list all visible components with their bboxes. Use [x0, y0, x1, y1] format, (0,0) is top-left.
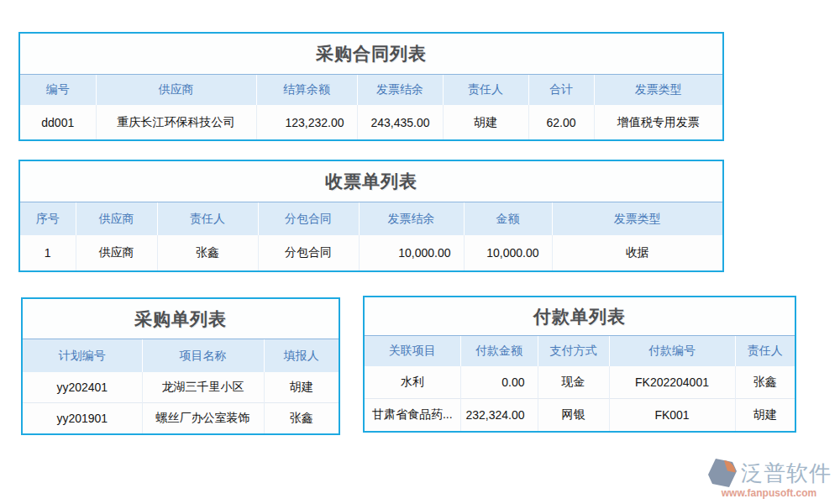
purchase-order-title: 采购单列表 — [23, 299, 339, 339]
cell-invoice-type: 增值税专用发票 — [594, 105, 722, 139]
column-header-invoice-balance: 发票结余 — [357, 75, 443, 106]
cell-seq: 1 — [20, 235, 76, 270]
cell-reporter: 张鑫 — [264, 403, 339, 434]
column-header-total: 合计 — [528, 75, 594, 106]
cell-payment-amount: 232,324.00 — [460, 399, 538, 432]
table-row: 1 供应商 张鑫 分包合同 10,000.00 10,000.00 收据 — [20, 235, 722, 270]
cell-related-project: 甘肃省食品药... — [365, 399, 460, 432]
column-header-payment-method: 支付方式 — [538, 336, 609, 367]
cell-project-name: 螺丝厂办公室装饰 — [142, 403, 264, 434]
cell-invoice-balance: 10,000.00 — [359, 235, 464, 270]
cell-code: dd001 — [20, 105, 96, 139]
column-header-code: 编号 — [20, 75, 96, 106]
purchase-contract-title: 采购合同列表 — [20, 34, 722, 74]
table-row: yy201901 螺丝厂办公室装饰 张鑫 — [23, 403, 339, 434]
header-row: 编号 供应商 结算余额 发票结余 责任人 合计 发票类型 — [20, 75, 722, 106]
cell-responsible: 张鑫 — [157, 235, 258, 270]
cell-plan-code: yy201901 — [23, 403, 142, 434]
cell-supplier: 供应商 — [76, 235, 157, 270]
cell-amount: 10,000.00 — [464, 235, 552, 270]
table-row: dd001 重庆长江环保科技公司 123,232.00 243,435.00 胡… — [20, 105, 722, 139]
column-header-invoice-type: 发票类型 — [594, 75, 722, 106]
column-header-responsible: 责任人 — [735, 336, 795, 367]
column-header-subcontract: 分包合同 — [258, 202, 359, 236]
column-header-invoice-balance: 发票结余 — [359, 202, 464, 236]
cell-payment-amount: 0.00 — [460, 366, 538, 399]
cell-subcontract: 分包合同 — [258, 235, 359, 270]
header-row: 计划编号 项目名称 填报人 — [23, 339, 339, 373]
cell-total: 62.00 — [528, 105, 594, 139]
cell-project-name: 龙湖三千里小区 — [142, 372, 264, 403]
column-header-payment-amount: 付款金额 — [460, 336, 538, 367]
fanpusoft-logo[interactable]: 泛普软件 www.fanpusoft.com — [706, 457, 832, 499]
table-row: yy202401 龙湖三千里小区 胡建 — [23, 372, 339, 403]
cell-responsible: 胡建 — [735, 399, 795, 432]
cell-related-project: 水利 — [365, 366, 460, 399]
payment-title: 付款单列表 — [365, 297, 795, 335]
cell-responsible: 胡建 — [443, 105, 528, 139]
header-row: 关联项目 付款金额 支付方式 付款编号 责任人 — [365, 336, 795, 367]
fanpusoft-logo-text: 泛普软件 — [741, 457, 832, 489]
column-header-seq: 序号 — [20, 202, 76, 236]
column-header-responsible: 责任人 — [443, 75, 528, 106]
payment-table: 关联项目 付款金额 支付方式 付款编号 责任人 水利 0.00 现金 FK202… — [365, 335, 795, 431]
column-header-related-project: 关联项目 — [365, 336, 460, 367]
cell-payment-code: FK202204001 — [609, 366, 735, 399]
receipt-table: 序号 供应商 责任人 分包合同 发票结余 金额 发票类型 1 供应商 张鑫 分包… — [20, 202, 722, 270]
cell-invoice-type: 收据 — [552, 235, 722, 270]
payment-panel: 付款单列表 关联项目 付款金额 支付方式 付款编号 责任人 水利 0.00 现金… — [363, 296, 796, 433]
fanpusoft-logo-url: www.fanpusoft.com — [706, 487, 832, 499]
column-header-payment-code: 付款编号 — [609, 336, 735, 367]
table-row: 甘肃省食品药... 232,324.00 网银 FK001 胡建 — [365, 399, 795, 432]
receipt-title: 收票单列表 — [20, 161, 722, 202]
receipt-panel: 收票单列表 序号 供应商 责任人 分包合同 发票结余 金额 发票类型 1 供应商… — [18, 160, 724, 272]
cell-payment-method: 现金 — [538, 366, 609, 399]
purchase-order-panel: 采购单列表 计划编号 项目名称 填报人 yy202401 龙湖三千里小区 胡建 … — [21, 297, 340, 435]
column-header-project-name: 项目名称 — [142, 339, 264, 373]
fanpusoft-logo-icon — [706, 457, 738, 489]
purchase-order-table: 计划编号 项目名称 填报人 yy202401 龙湖三千里小区 胡建 yy2019… — [23, 339, 339, 433]
cell-payment-method: 网银 — [538, 399, 609, 432]
column-header-supplier: 供应商 — [96, 75, 256, 106]
purchase-contract-panel: 采购合同列表 编号 供应商 结算余额 发票结余 责任人 合计 发票类型 dd00… — [18, 32, 724, 141]
header-row: 序号 供应商 责任人 分包合同 发票结余 金额 发票类型 — [20, 202, 722, 236]
column-header-plan-code: 计划编号 — [23, 339, 142, 373]
cell-supplier: 重庆长江环保科技公司 — [96, 105, 256, 139]
column-header-invoice-type: 发票类型 — [552, 202, 722, 236]
table-row: 水利 0.00 现金 FK202204001 张鑫 — [365, 366, 795, 399]
column-header-responsible: 责任人 — [157, 202, 258, 236]
cell-responsible: 张鑫 — [735, 366, 795, 399]
column-header-supplier: 供应商 — [76, 202, 157, 236]
column-header-reporter: 填报人 — [264, 339, 339, 373]
cell-settlement-balance: 123,232.00 — [256, 105, 357, 139]
column-header-settlement-balance: 结算余额 — [256, 75, 357, 106]
column-header-amount: 金额 — [464, 202, 552, 236]
cell-payment-code: FK001 — [609, 399, 735, 432]
purchase-contract-table: 编号 供应商 结算余额 发票结余 责任人 合计 发票类型 dd001 重庆长江环… — [20, 74, 722, 139]
cell-reporter: 胡建 — [264, 372, 339, 403]
cell-plan-code: yy202401 — [23, 372, 142, 403]
cell-invoice-balance: 243,435.00 — [357, 105, 443, 139]
